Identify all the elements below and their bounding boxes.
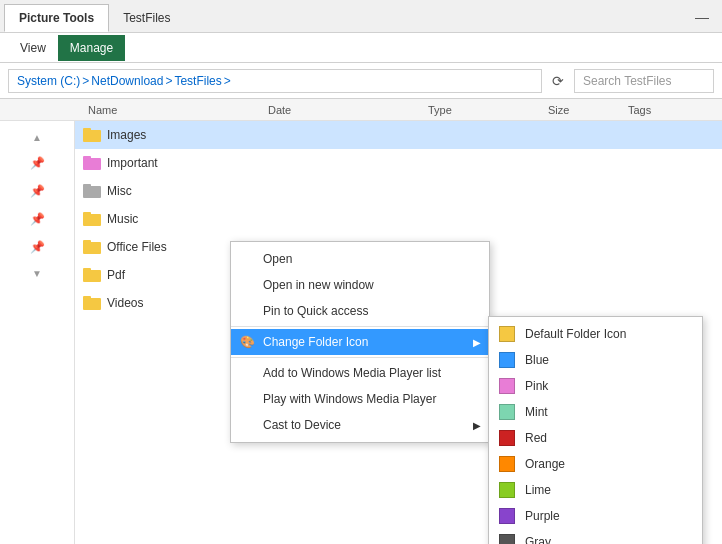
ribbon-tab-manage[interactable]: Manage (58, 35, 125, 61)
minimize-button[interactable]: — (682, 0, 722, 33)
submenu-item-lime[interactable]: Lime (489, 477, 702, 503)
search-box[interactable]: Search TestFiles (574, 69, 714, 93)
submenu-item-pink[interactable]: Pink (489, 373, 702, 399)
submenu-item-purple[interactable]: Purple (489, 503, 702, 529)
file-list: Images Important Misc Music Office Files… (75, 121, 722, 544)
chevron-icon-2: > (165, 74, 172, 88)
wmp-icon (239, 365, 255, 381)
menu-item-cast-to-device[interactable]: Cast to Device ▶ (231, 412, 489, 438)
refresh-button[interactable]: ⟳ (546, 69, 570, 93)
submenu-item-gray[interactable]: Gray (489, 529, 702, 544)
col-header-name[interactable]: Name (80, 104, 260, 116)
menu-item-change-folder-icon[interactable]: 🎨 Change Folder Icon ▶ (231, 329, 489, 355)
path-netdownload[interactable]: NetDownload (91, 74, 163, 88)
sidebar-pin-icon[interactable]: 📌 (27, 153, 47, 173)
red-swatch (499, 430, 515, 446)
file-name: Important (107, 156, 158, 170)
folder-icon (83, 240, 101, 254)
file-name: Videos (107, 296, 143, 310)
col-header-date[interactable]: Date (260, 104, 420, 116)
submenu-item-orange[interactable]: Orange (489, 451, 702, 477)
chevron-icon: > (82, 74, 89, 88)
folder-icon (83, 296, 101, 310)
file-name: Office Files (107, 240, 167, 254)
purple-swatch (499, 508, 515, 524)
submenu-change-folder-icon: Default Folder Icon Blue Pink Mint Red O… (488, 316, 703, 544)
context-menu: Open Open in new window Pin to Quick acc… (230, 241, 490, 443)
path-testfiles[interactable]: TestFiles (174, 74, 221, 88)
submenu-item-mint[interactable]: Mint (489, 399, 702, 425)
list-item[interactable]: Music (75, 205, 722, 233)
col-header-type[interactable]: Type (420, 104, 540, 116)
menu-item-play-wmp[interactable]: Play with Windows Media Player (231, 386, 489, 412)
open-icon (239, 251, 255, 267)
folder-icon (83, 128, 101, 142)
submenu-item-red[interactable]: Red (489, 425, 702, 451)
folder-icon (83, 212, 101, 226)
tab-picture-tools[interactable]: Picture Tools (4, 4, 109, 32)
blue-swatch (499, 352, 515, 368)
pink-swatch (499, 378, 515, 394)
file-name: Misc (107, 184, 132, 198)
chevron-icon-3: > (224, 74, 231, 88)
sidebar-pin-icon-2[interactable]: 📌 (27, 181, 47, 201)
sidebar-up-arrow[interactable]: ▲ (29, 129, 45, 145)
menu-separator-2 (231, 357, 489, 358)
cast-icon (239, 417, 255, 433)
submenu-arrow-icon: ▶ (473, 337, 481, 348)
play-icon (239, 391, 255, 407)
title-bar: Picture Tools TestFiles — (0, 0, 722, 33)
file-name: Music (107, 212, 138, 226)
submenu-item-blue[interactable]: Blue (489, 347, 702, 373)
orange-swatch (499, 456, 515, 472)
ribbon: View Manage (0, 33, 722, 63)
gray-swatch (499, 534, 515, 544)
tab-testfiles[interactable]: TestFiles (109, 4, 184, 32)
paint-icon: 🎨 (239, 334, 255, 350)
pin-icon (239, 303, 255, 319)
submenu-item-default[interactable]: Default Folder Icon (489, 321, 702, 347)
menu-separator (231, 326, 489, 327)
col-header-size[interactable]: Size (540, 104, 620, 116)
address-path[interactable]: System (C:) > NetDownload > TestFiles > (8, 69, 542, 93)
sidebar-pin-icon-3[interactable]: 📌 (27, 209, 47, 229)
mint-swatch (499, 404, 515, 420)
sidebar-pin-icon-4[interactable]: 📌 (27, 237, 47, 257)
list-item[interactable]: Images (75, 121, 722, 149)
list-item[interactable]: Important (75, 149, 722, 177)
main-area: ▲ 📌 📌 📌 📌 ▼ Images Important Misc Music … (0, 121, 722, 544)
sidebar: ▲ 📌 📌 📌 📌 ▼ (0, 121, 75, 544)
default-folder-swatch (499, 326, 515, 342)
address-bar: System (C:) > NetDownload > TestFiles > … (0, 63, 722, 99)
menu-item-open[interactable]: Open (231, 246, 489, 272)
column-headers: Name Date Type Size Tags (0, 99, 722, 121)
path-system[interactable]: System (C:) (17, 74, 80, 88)
ribbon-tab-view[interactable]: View (8, 35, 58, 61)
lime-swatch (499, 482, 515, 498)
folder-icon (83, 184, 101, 198)
open-new-window-icon (239, 277, 255, 293)
sidebar-down-arrow[interactable]: ▼ (29, 265, 45, 281)
folder-icon (83, 268, 101, 282)
cast-submenu-arrow-icon: ▶ (473, 420, 481, 431)
file-name: Pdf (107, 268, 125, 282)
menu-item-open-new-window[interactable]: Open in new window (231, 272, 489, 298)
menu-item-add-wmp[interactable]: Add to Windows Media Player list (231, 360, 489, 386)
menu-item-pin-quick-access[interactable]: Pin to Quick access (231, 298, 489, 324)
file-name: Images (107, 128, 146, 142)
list-item[interactable]: Misc (75, 177, 722, 205)
folder-icon (83, 156, 101, 170)
col-header-tags[interactable]: Tags (620, 104, 700, 116)
